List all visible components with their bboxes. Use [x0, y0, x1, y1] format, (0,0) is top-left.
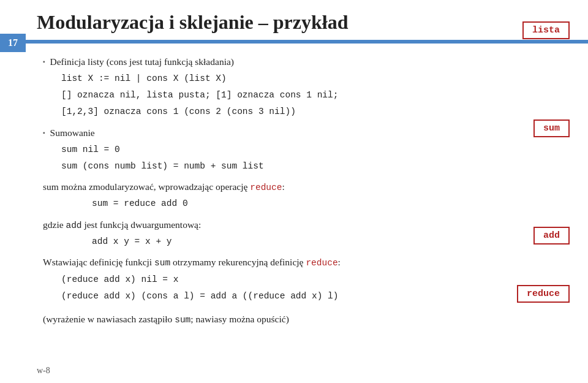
prose-sum-modularize: sum można zmodularyzować, wprowadzając o… — [43, 180, 551, 194]
prose-wstawiajac-2: otrzymamy rekurencyjną definicję — [170, 257, 306, 267]
code-reduce-nil: (reduce add x) nil = x — [61, 273, 551, 287]
section-wyrazenie: (wyrażenie w nawiasach zastąpiło sum; na… — [43, 312, 551, 327]
prose-wyrazenie-2: ; nawiasy można opuścić) — [190, 314, 289, 324]
section-sumowanie: ▪ Sumowanie sum nil = 0 sum (cons numb l… — [43, 126, 551, 173]
prose-gdzie-add: gdzie add jest funkcją dwuargumentową: — [43, 218, 551, 232]
prose-colon: : — [282, 181, 284, 192]
code-reduce-inline: reduce — [250, 183, 282, 192]
bullet-icon-definicja: ▪ — [43, 57, 45, 67]
section-definicja: ▪ Definicja listy (cons jest tutaj funkc… — [43, 55, 551, 119]
code-sum-inline3: sum — [175, 315, 190, 325]
code-sum-reduce: sum = reduce add 0 — [92, 197, 551, 211]
prose-gdzie: gdzie — [43, 219, 66, 230]
bullet-icon-sumowanie: ▪ — [43, 128, 45, 138]
bullet-text-definicja: Definicja listy (cons jest tutaj funkcją… — [50, 55, 234, 69]
section-gdzie-add: gdzie add jest funkcją dwuargumentową: a… — [43, 218, 551, 249]
code-list-desc1: [] oznacza nil, lista pusta; [1] oznacza… — [61, 88, 551, 102]
code-reduce-inline2: reduce — [306, 258, 337, 268]
code-list-desc2: [1,2,3] oznacza cons 1 (cons 2 (cons 3 n… — [61, 105, 551, 119]
code-add-def: add x y = x + y — [92, 235, 551, 249]
code-sum-cons: sum (cons numb list) = numb + sum list — [61, 159, 551, 173]
slide-title: Modularyzacja i sklejanie – przykład — [0, 0, 588, 42]
code-sum-inline2: sum — [154, 258, 170, 268]
prose-wstawiajac-colon: : — [338, 257, 341, 267]
prose-jest: jest funkcją dwuargumentową: — [82, 219, 202, 230]
prose-wyrazenie-1: (wyrażenie w nawiasach zastąpiło — [43, 314, 175, 324]
code-add-inline: add — [66, 221, 81, 230]
prose-wstawiajac: Wstawiając definicję funkcji sum otrzyma… — [43, 255, 551, 270]
slide: Modularyzacja i sklejanie – przykład 17 … — [0, 0, 588, 383]
section-wstawiajac: Wstawiając definicję funkcji sum otrzyma… — [43, 255, 551, 303]
code-list-definition: list X := nil | cons X (list X) — [61, 72, 551, 86]
prose-text-1: sum można zmodularyzować, wprowadzając o… — [43, 181, 250, 192]
slide-content: ▪ Definicja listy (cons jest tutaj funkc… — [0, 44, 588, 339]
bullet-sumowanie: ▪ Sumowanie — [43, 126, 551, 140]
code-sum-nil: sum nil = 0 — [61, 143, 551, 157]
bullet-text-sumowanie: Sumowanie — [50, 126, 95, 140]
bottom-slide-label: w-8 — [37, 366, 50, 376]
label-lista: lista — [522, 21, 570, 39]
prose-wstawiajac-1: Wstawiając definicję funkcji — [43, 257, 154, 267]
bullet-definicja: ▪ Definicja listy (cons jest tutaj funkc… — [43, 55, 551, 69]
code-reduce-cons: (reduce add x) (cons a l) = add a ((redu… — [61, 289, 551, 303]
section-sum-modularize: sum można zmodularyzować, wprowadzając o… — [43, 180, 551, 211]
prose-wyrazenie: (wyrażenie w nawiasach zastąpiło sum; na… — [43, 312, 551, 327]
